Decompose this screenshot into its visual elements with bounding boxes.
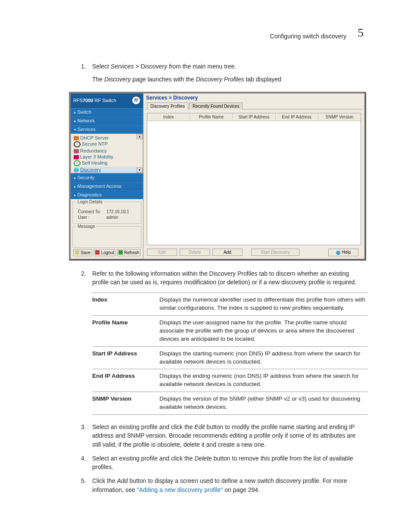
scroll-down-icon[interactable]: ▾ (137, 168, 143, 173)
connect-to-label: Connect To: (78, 209, 106, 214)
message-title: Message (76, 224, 97, 229)
desc-profile-name: Displays the user-assigned name for the … (159, 315, 368, 346)
definitions-table: IndexDisplays the numerical identifier u… (92, 292, 368, 415)
header-title: Configuring switch discovery (270, 33, 346, 40)
refresh-icon (118, 250, 123, 255)
table-row: SNMP VersionDisplays the version of the … (92, 392, 368, 415)
table-row: End IP AddressDisplays the ending numeri… (92, 369, 368, 392)
step-1: 1. Select Services > Discovery from the … (92, 62, 364, 84)
save-icon (75, 250, 79, 255)
desc-start-ip: Displays the starting numeric (non DNS) … (159, 346, 368, 369)
tree-secure-ntp[interactable]: Secure NTP (74, 141, 142, 148)
nav-services[interactable]: Services (71, 125, 143, 134)
desc-index: Displays the numerical identifier used t… (159, 293, 368, 316)
tree-layer3-mobility[interactable]: Layer 3 Mobility (74, 154, 142, 160)
refresh-button[interactable]: Refresh (117, 249, 140, 256)
nav-security[interactable]: Security (71, 173, 143, 182)
col-index[interactable]: Index (147, 113, 190, 121)
col-profile-name[interactable]: Profile Name (190, 113, 233, 121)
table-row: Profile NameDisplays the user-assigned n… (92, 315, 368, 346)
tree-discovery[interactable]: Discovery (74, 167, 142, 173)
link-adding-profile[interactable]: "Adding a new discovery profile" (137, 486, 223, 493)
chapter-number: 5 (358, 26, 364, 40)
services-tree: ▴ DHCP Server Secure NTP Redundancy Laye… (71, 134, 143, 173)
redundancy-icon (74, 149, 79, 153)
desc-end-ip: Displays the ending numeric (non DNS) IP… (159, 369, 368, 392)
help-button[interactable]: Help (328, 249, 358, 256)
dhcp-icon (74, 136, 79, 140)
page-header: Configuring switch discovery 5 (47, 26, 364, 40)
tab-recently-found-devices[interactable]: Recently Found Devices (189, 103, 243, 109)
nav-network[interactable]: Network (71, 116, 143, 125)
desc-snmp-version: Displays the version of the SNMP (either… (159, 392, 368, 415)
table-row: IndexDisplays the numerical identifier u… (92, 293, 368, 316)
brand-label: RFS7000 RF Switch (73, 98, 116, 103)
col-end-ip[interactable]: End IP Address (276, 113, 318, 121)
logout-button[interactable]: Logout (94, 249, 115, 256)
add-button[interactable]: Add (212, 249, 243, 256)
nav-management-access[interactable]: Management Access (71, 182, 143, 190)
app-screenshot: RFS7000 RF Switch M Switch Network Servi… (69, 92, 366, 261)
profiles-grid[interactable]: Index Profile Name Start IP Address End … (147, 113, 361, 246)
tree-self-healing[interactable]: Self Healing (74, 160, 142, 167)
nav-switch[interactable]: Switch (71, 108, 143, 116)
term-profile-name: Profile Name (92, 315, 159, 346)
step-2: 2. Refer to the following information wi… (92, 269, 364, 287)
step-5: 5. Click the Add button to display a scr… (92, 476, 364, 494)
term-snmp-version: SNMP Version (92, 392, 159, 415)
discovery-icon (74, 168, 79, 172)
login-details-panel: Login Details Connect To:172.16.10.1 Use… (72, 202, 141, 224)
edit-button[interactable]: Edit (147, 249, 177, 256)
col-start-ip[interactable]: Start IP Address (233, 113, 275, 121)
tree-redundancy[interactable]: Redundancy (74, 148, 142, 154)
tree-dhcp-server[interactable]: DHCP Server (74, 135, 142, 141)
term-start-ip: Start IP Address (92, 346, 159, 369)
tab-discovery-profiles[interactable]: Discovery Profiles (147, 103, 188, 109)
term-index: Index (92, 293, 159, 316)
logout-icon (95, 250, 100, 255)
clock-icon (74, 141, 81, 147)
term-end-ip: End IP Address (92, 369, 159, 392)
step-3: 3. Select an existing profile and click … (92, 423, 364, 449)
brand-logo-icon: M (132, 96, 140, 105)
connect-to-value: 172.16.10.1 (106, 209, 129, 214)
save-button[interactable]: Save (73, 249, 92, 256)
scroll-up-icon[interactable]: ▴ (137, 134, 143, 139)
message-panel: Message (72, 226, 141, 248)
nav-diagnostics[interactable]: Diagnostics (71, 190, 143, 199)
brand-bar: RFS7000 RF Switch M (71, 93, 143, 108)
start-discovery-button[interactable]: Start Discovery (251, 249, 299, 256)
mobility-icon (74, 155, 79, 159)
breadcrumb: Services > Discovery (143, 93, 364, 102)
user-value: admin (106, 215, 118, 220)
table-row: Start IP AddressDisplays the starting nu… (92, 346, 368, 369)
step-4: 4. Select an existing profile and click … (92, 454, 364, 472)
delete-button[interactable]: Delete (180, 249, 210, 256)
healing-icon (74, 160, 81, 166)
user-label: User : (78, 215, 106, 220)
login-details-title: Login Details (76, 199, 104, 204)
col-snmp-version[interactable]: SNMP Version (318, 113, 361, 121)
